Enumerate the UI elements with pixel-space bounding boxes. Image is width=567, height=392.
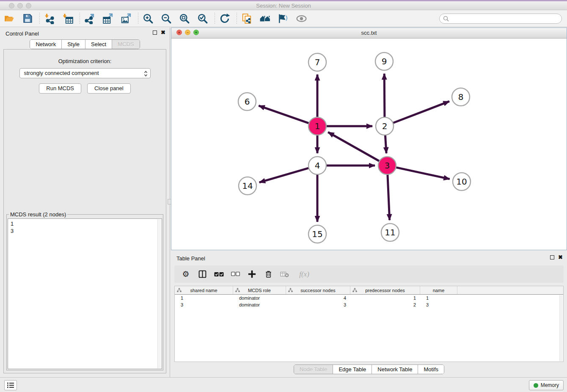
- mcds-result-box[interactable]: 13: [8, 218, 162, 369]
- graph-edge-4-14[interactable]: [259, 168, 309, 182]
- table-tab-node-table[interactable]: Node Table: [294, 365, 333, 374]
- style-preview-button[interactable]: [276, 12, 290, 25]
- table-cell[interactable]: dominator: [233, 301, 286, 308]
- table-header-row: shared nameMCDS rolesuccessor nodesprede…: [175, 286, 563, 295]
- float-panel-icon[interactable]: [153, 30, 157, 35]
- run-mcds-button[interactable]: Run MCDS: [39, 83, 81, 94]
- toolbar-separator: [80, 13, 80, 25]
- column-header-successor-nodes[interactable]: successor nodes: [286, 286, 350, 294]
- table-cell[interactable]: 1: [350, 295, 420, 301]
- refresh-layout-button[interactable]: [217, 12, 232, 25]
- network-window-titlebar[interactable]: × − + scc.txt: [171, 28, 567, 39]
- graph-node-label: 6: [245, 97, 250, 107]
- column-header-name[interactable]: name: [420, 286, 457, 294]
- float-panel-icon[interactable]: [550, 255, 554, 259]
- graph-node-label: 9: [382, 56, 387, 66]
- refresh-icon: [219, 13, 230, 24]
- memory-button[interactable]: Memory: [529, 380, 564, 390]
- table-tab-motifs[interactable]: Motifs: [418, 365, 444, 374]
- import-network-button[interactable]: [42, 12, 57, 25]
- close-panel-icon[interactable]: ✖: [161, 30, 165, 35]
- tab-mcds[interactable]: MCDS: [112, 40, 139, 49]
- table-cell[interactable]: dominator: [233, 295, 286, 301]
- zoom-out-button[interactable]: [159, 12, 173, 25]
- zoom-selected-button[interactable]: [195, 12, 210, 25]
- table-scrollbar[interactable]: [559, 295, 563, 361]
- graph-edge-2-3[interactable]: [385, 135, 386, 153]
- graph-edge-3-11[interactable]: [388, 174, 390, 220]
- zoom-fit-button[interactable]: [177, 12, 192, 25]
- network-canvas[interactable]: 7968124314101511: [171, 39, 567, 250]
- home-button[interactable]: [258, 12, 272, 25]
- checked-boxes-icon: [214, 272, 224, 277]
- select-all-checkboxes-button[interactable]: [213, 269, 224, 280]
- graph-node-label: 3: [385, 160, 390, 171]
- table-row[interactable]: 1dominator411: [175, 295, 563, 301]
- graph-edge-1-6[interactable]: [259, 106, 309, 124]
- clone-network-button[interactable]: [239, 12, 254, 25]
- table-cell[interactable]: 1: [175, 295, 233, 301]
- table-row[interactable]: 3dominator323: [175, 301, 563, 308]
- add-row-button[interactable]: [246, 269, 257, 280]
- graph-node-label: 2: [382, 121, 388, 131]
- open-session-button[interactable]: [2, 12, 17, 25]
- show-hide-graphics-button[interactable]: [294, 12, 308, 25]
- import-table-button[interactable]: [61, 12, 75, 25]
- optimization-criterion-select[interactable]: strongly connected component: [19, 68, 151, 78]
- toggle-panels-button[interactable]: [197, 269, 208, 280]
- export-image-button[interactable]: [119, 12, 133, 25]
- app-titlebar: Session: New Session: [0, 1, 567, 10]
- task-history-button[interactable]: [4, 380, 17, 390]
- delete-row-button[interactable]: [263, 269, 274, 280]
- memory-status-icon: [534, 383, 538, 388]
- export-image-icon: [121, 13, 132, 24]
- table-cell[interactable]: 3: [175, 301, 233, 308]
- tab-network[interactable]: Network: [30, 40, 62, 49]
- column-header-shared-name[interactable]: shared name: [175, 286, 233, 294]
- table-tab-network-table[interactable]: Network Table: [372, 365, 418, 374]
- column-header-predecessor-nodes[interactable]: predecessor nodes: [350, 286, 420, 294]
- zoom-selected-icon: [197, 13, 208, 24]
- save-session-button[interactable]: [20, 12, 35, 25]
- node-table: shared nameMCDS rolesuccessor nodesprede…: [174, 286, 564, 362]
- network-view-window: × − + scc.txt 7968124314101511: [171, 28, 567, 250]
- table-cell[interactable]: 3: [420, 301, 457, 308]
- deselect-all-checkboxes-button[interactable]: [230, 269, 241, 280]
- clone-network-icon: [241, 13, 252, 24]
- export-table-button[interactable]: [101, 12, 115, 25]
- tab-style[interactable]: Style: [62, 40, 85, 49]
- result-line: 3: [11, 227, 156, 235]
- result-scrollbar[interactable]: [157, 219, 161, 368]
- close-panel-icon[interactable]: ✖: [558, 255, 563, 259]
- table-cell[interactable]: 2: [350, 301, 420, 308]
- table-cell[interactable]: 4: [286, 295, 350, 301]
- search-input[interactable]: [449, 15, 561, 22]
- table-cell[interactable]: 3: [286, 301, 350, 308]
- eye-icon: [296, 13, 307, 24]
- control-panel-header: Control Panel ✖: [0, 28, 170, 39]
- table-tab-edge-table[interactable]: Edge Table: [333, 365, 372, 374]
- table-cell[interactable]: 1: [420, 295, 457, 301]
- apply-function-button[interactable]: f(x): [296, 269, 313, 280]
- tab-select[interactable]: Select: [85, 40, 112, 49]
- attribute-type-icon: [235, 288, 240, 293]
- graph-edge-3-1[interactable]: [328, 132, 379, 161]
- graph-edge-3-10[interactable]: [396, 167, 450, 179]
- save-floppy-icon: [22, 13, 33, 24]
- zoom-in-button[interactable]: [141, 12, 155, 25]
- table-settings-button[interactable]: ⚙: [180, 269, 191, 280]
- close-panel-button[interactable]: Close panel: [87, 83, 131, 94]
- graph-edge-2-8[interactable]: [393, 101, 449, 123]
- clear-table-button[interactable]: [279, 269, 290, 280]
- export-network-button[interactable]: [83, 12, 97, 25]
- column-header-mcds-role[interactable]: MCDS role: [233, 286, 286, 294]
- column-label: successor nodes: [300, 288, 336, 293]
- table-tabs-row: Node TableEdge TableNetwork TableMotifs: [171, 364, 567, 374]
- search-icon: [443, 16, 449, 22]
- application-window: Session: New Session: [0, 0, 567, 392]
- graph-edge-2-9[interactable]: [384, 74, 385, 117]
- main-toolbar: [0, 10, 567, 27]
- fx-icon: f(x): [299, 270, 309, 279]
- unchecked-boxes-icon: [231, 272, 240, 276]
- mcds-result-group: MCDS result (2 nodes) 13: [6, 211, 163, 370]
